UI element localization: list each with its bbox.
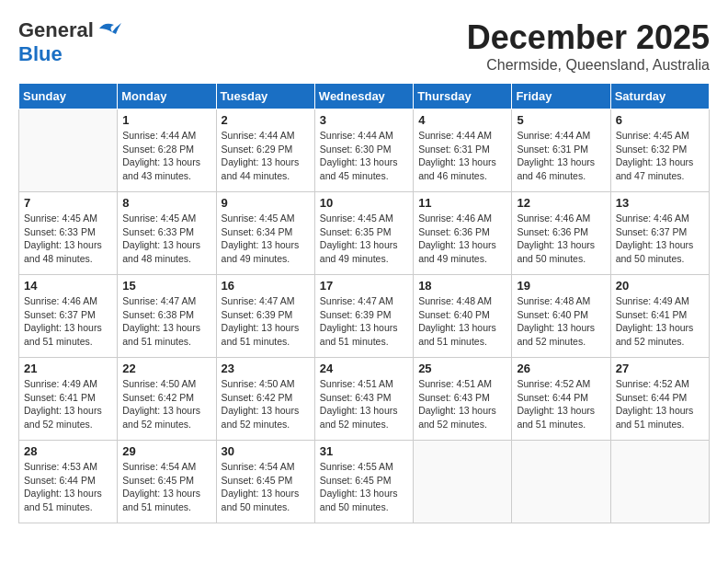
day-info: Sunrise: 4:48 AM Sunset: 6:40 PM Dayligh… — [418, 294, 506, 349]
calendar-day-cell: 1Sunrise: 4:44 AM Sunset: 6:28 PM Daylig… — [118, 109, 216, 192]
day-number: 17 — [320, 279, 408, 293]
day-number: 22 — [122, 362, 210, 375]
weekday-header: Saturday — [610, 84, 709, 109]
calendar-day-cell: 23Sunrise: 4:50 AM Sunset: 6:42 PM Dayli… — [216, 358, 314, 441]
day-number: 4 — [418, 113, 506, 127]
title-area: December 2025 Chermside, Queensland, Aus… — [467, 18, 710, 74]
calendar-day-cell: 31Sunrise: 4:55 AM Sunset: 6:45 PM Dayli… — [314, 441, 413, 523]
day-number: 14 — [24, 279, 112, 293]
calendar-week-row: 7Sunrise: 4:45 AM Sunset: 6:33 PM Daylig… — [19, 192, 710, 275]
weekday-header: Monday — [118, 84, 216, 109]
day-info: Sunrise: 4:45 AM Sunset: 6:33 PM Dayligh… — [122, 212, 210, 266]
day-number: 26 — [517, 362, 605, 375]
day-info: Sunrise: 4:51 AM Sunset: 6:43 PM Dayligh… — [418, 377, 506, 431]
calendar-week-row: 28Sunrise: 4:53 AM Sunset: 6:44 PM Dayli… — [19, 441, 710, 523]
calendar-day-cell: 6Sunrise: 4:45 AM Sunset: 6:32 PM Daylig… — [610, 109, 709, 192]
calendar-day-cell: 2Sunrise: 4:44 AM Sunset: 6:29 PM Daylig… — [216, 109, 314, 192]
calendar-day-cell: 27Sunrise: 4:52 AM Sunset: 6:44 PM Dayli… — [610, 358, 709, 441]
day-number: 27 — [616, 362, 704, 375]
day-info: Sunrise: 4:54 AM Sunset: 6:45 PM Dayligh… — [122, 460, 210, 514]
day-number: 19 — [517, 279, 605, 293]
calendar-week-row: 1Sunrise: 4:44 AM Sunset: 6:28 PM Daylig… — [19, 109, 710, 192]
calendar-day-cell: 18Sunrise: 4:48 AM Sunset: 6:40 PM Dayli… — [414, 275, 512, 358]
calendar-day-cell — [414, 441, 512, 523]
day-number: 15 — [122, 279, 210, 293]
day-info: Sunrise: 4:44 AM Sunset: 6:31 PM Dayligh… — [517, 129, 605, 183]
day-number: 25 — [418, 362, 506, 375]
day-info: Sunrise: 4:49 AM Sunset: 6:41 PM Dayligh… — [616, 294, 704, 349]
calendar-day-cell: 13Sunrise: 4:46 AM Sunset: 6:37 PM Dayli… — [610, 192, 709, 275]
calendar-day-cell: 22Sunrise: 4:50 AM Sunset: 6:42 PM Dayli… — [118, 358, 216, 441]
day-info: Sunrise: 4:52 AM Sunset: 6:44 PM Dayligh… — [616, 377, 704, 431]
calendar-day-cell — [512, 441, 610, 523]
calendar-day-cell: 29Sunrise: 4:54 AM Sunset: 6:45 PM Dayli… — [118, 441, 216, 523]
day-info: Sunrise: 4:48 AM Sunset: 6:40 PM Dayligh… — [517, 294, 605, 349]
day-info: Sunrise: 4:46 AM Sunset: 6:37 PM Dayligh… — [616, 212, 704, 266]
calendar-table: SundayMondayTuesdayWednesdayThursdayFrid… — [18, 83, 710, 523]
day-info: Sunrise: 4:53 AM Sunset: 6:44 PM Dayligh… — [24, 460, 112, 514]
month-title: December 2025 — [467, 18, 710, 57]
weekday-header: Friday — [512, 84, 610, 109]
day-info: Sunrise: 4:51 AM Sunset: 6:43 PM Dayligh… — [320, 377, 408, 431]
day-info: Sunrise: 4:52 AM Sunset: 6:44 PM Dayligh… — [517, 377, 605, 431]
logo-general-text: General — [18, 18, 94, 42]
calendar-day-cell: 21Sunrise: 4:49 AM Sunset: 6:41 PM Dayli… — [19, 358, 118, 441]
day-info: Sunrise: 4:55 AM Sunset: 6:45 PM Dayligh… — [320, 460, 408, 514]
weekday-header: Wednesday — [314, 84, 413, 109]
calendar-day-cell — [19, 109, 118, 192]
day-info: Sunrise: 4:54 AM Sunset: 6:45 PM Dayligh… — [222, 460, 310, 514]
day-info: Sunrise: 4:44 AM Sunset: 6:31 PM Dayligh… — [418, 129, 506, 183]
location-title: Chermside, Queensland, Australia — [467, 57, 710, 74]
day-info: Sunrise: 4:50 AM Sunset: 6:42 PM Dayligh… — [122, 377, 210, 431]
logo-blue-text: Blue — [18, 42, 121, 66]
calendar-day-cell: 17Sunrise: 4:47 AM Sunset: 6:39 PM Dayli… — [314, 275, 413, 358]
day-info: Sunrise: 4:45 AM Sunset: 6:35 PM Dayligh… — [320, 212, 408, 266]
calendar-week-row: 21Sunrise: 4:49 AM Sunset: 6:41 PM Dayli… — [19, 358, 710, 441]
calendar-day-cell: 11Sunrise: 4:46 AM Sunset: 6:36 PM Dayli… — [414, 192, 512, 275]
calendar-day-cell: 30Sunrise: 4:54 AM Sunset: 6:45 PM Dayli… — [216, 441, 314, 523]
day-info: Sunrise: 4:47 AM Sunset: 6:38 PM Dayligh… — [122, 294, 210, 349]
calendar-day-cell: 7Sunrise: 4:45 AM Sunset: 6:33 PM Daylig… — [19, 192, 118, 275]
calendar-day-cell — [610, 441, 709, 523]
calendar-day-cell: 3Sunrise: 4:44 AM Sunset: 6:30 PM Daylig… — [314, 109, 413, 192]
logo-bird-icon — [96, 19, 121, 38]
day-number: 7 — [24, 196, 112, 210]
day-number: 8 — [122, 196, 210, 210]
calendar-day-cell: 28Sunrise: 4:53 AM Sunset: 6:44 PM Dayli… — [19, 441, 118, 523]
day-info: Sunrise: 4:44 AM Sunset: 6:28 PM Dayligh… — [122, 129, 210, 183]
day-number: 23 — [222, 362, 310, 375]
weekday-header: Tuesday — [216, 84, 314, 109]
calendar-day-cell: 14Sunrise: 4:46 AM Sunset: 6:37 PM Dayli… — [19, 275, 118, 358]
day-info: Sunrise: 4:44 AM Sunset: 6:29 PM Dayligh… — [222, 129, 310, 183]
day-info: Sunrise: 4:47 AM Sunset: 6:39 PM Dayligh… — [222, 294, 310, 349]
day-number: 6 — [616, 113, 704, 127]
day-number: 2 — [222, 113, 310, 127]
calendar-header-row: SundayMondayTuesdayWednesdayThursdayFrid… — [19, 84, 710, 109]
day-number: 11 — [418, 196, 506, 210]
day-number: 5 — [517, 113, 605, 127]
day-number: 10 — [320, 196, 408, 210]
calendar-day-cell: 15Sunrise: 4:47 AM Sunset: 6:38 PM Dayli… — [118, 275, 216, 358]
calendar-day-cell: 26Sunrise: 4:52 AM Sunset: 6:44 PM Dayli… — [512, 358, 610, 441]
day-number: 18 — [418, 279, 506, 293]
weekday-header: Sunday — [19, 84, 118, 109]
calendar-day-cell: 9Sunrise: 4:45 AM Sunset: 6:34 PM Daylig… — [216, 192, 314, 275]
day-number: 21 — [24, 362, 112, 375]
day-number: 28 — [24, 444, 112, 458]
day-number: 30 — [222, 444, 310, 458]
day-number: 13 — [616, 196, 704, 210]
calendar-day-cell: 24Sunrise: 4:51 AM Sunset: 6:43 PM Dayli… — [314, 358, 413, 441]
day-info: Sunrise: 4:49 AM Sunset: 6:41 PM Dayligh… — [24, 377, 112, 431]
day-number: 16 — [222, 279, 310, 293]
day-number: 31 — [320, 444, 408, 458]
day-info: Sunrise: 4:44 AM Sunset: 6:30 PM Dayligh… — [320, 129, 408, 183]
day-number: 29 — [122, 444, 210, 458]
day-info: Sunrise: 4:45 AM Sunset: 6:32 PM Dayligh… — [616, 129, 704, 183]
day-info: Sunrise: 4:46 AM Sunset: 6:36 PM Dayligh… — [517, 212, 605, 266]
calendar-day-cell: 5Sunrise: 4:44 AM Sunset: 6:31 PM Daylig… — [512, 109, 610, 192]
calendar-week-row: 14Sunrise: 4:46 AM Sunset: 6:37 PM Dayli… — [19, 275, 710, 358]
logo: General Blue — [18, 18, 121, 66]
calendar-day-cell: 16Sunrise: 4:47 AM Sunset: 6:39 PM Dayli… — [216, 275, 314, 358]
day-number: 1 — [122, 113, 210, 127]
day-info: Sunrise: 4:50 AM Sunset: 6:42 PM Dayligh… — [222, 377, 310, 431]
